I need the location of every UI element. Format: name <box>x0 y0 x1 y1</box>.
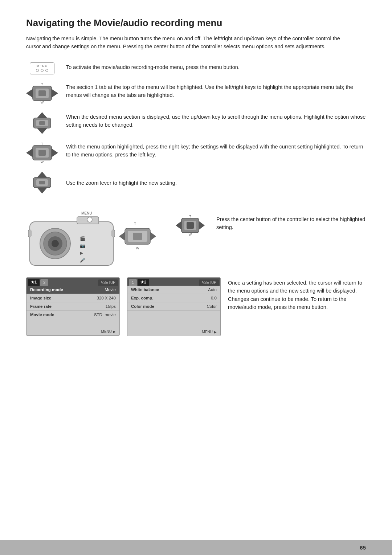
menu-key-color-mode: Color mode <box>131 304 154 309</box>
svg-text:▶: ▶ <box>80 250 83 256</box>
svg-rect-51 <box>187 222 194 229</box>
menu-key-image-size: Image size <box>30 296 51 300</box>
svg-marker-7 <box>37 112 47 118</box>
menu-val-movie-mode: STD. movie <box>94 313 116 317</box>
instruction-3-text: When the desired menu section is display… <box>66 112 366 129</box>
menu-instruction-text: Once a setting has been selected, the cu… <box>228 277 366 311</box>
controller-lr-icon-1: T W <box>26 82 58 104</box>
zoom-row: Use the zoom lever to highlight the new … <box>26 172 366 193</box>
svg-text:T: T <box>41 82 43 86</box>
controller-lr-icon-3: T W <box>176 215 205 236</box>
menu-val-frame-rate: 15fps <box>106 304 116 309</box>
menu-val-color-mode: Color <box>207 304 217 309</box>
svg-marker-45 <box>176 221 181 230</box>
menu-2-tab-active-label: ★2 <box>140 280 146 285</box>
menu-row-movie-mode: Movie mode STD. movie <box>26 311 119 319</box>
svg-marker-46 <box>199 221 205 230</box>
center-button-text: Press the center button of the controlle… <box>216 204 366 232</box>
svg-text:W: W <box>41 101 44 104</box>
svg-rect-18 <box>38 150 46 156</box>
svg-text:T: T <box>134 222 136 225</box>
menu-val-white-balance: Auto <box>208 287 217 292</box>
menus-section: ★1 2 ✎SETUP Recording mode Movie Image s… <box>26 277 366 336</box>
menu-val-exp-comp: 0.0 <box>211 296 217 300</box>
composite-section: MENU 🎬 📷 ▶ 🎤 T <box>26 204 366 267</box>
menu-key-exp-comp: Exp. comp. <box>131 296 153 300</box>
page-number: 65 <box>360 544 366 551</box>
menu-2-footer: MENU ▶ <box>127 328 220 336</box>
menu-key-recording-mode: Recording mode <box>30 287 63 292</box>
menu-1-tab-active-label: ★1 <box>31 280 37 285</box>
menu-1-footer-label: MENU <box>101 330 112 334</box>
menu-2-body: White balance Auto Exp. comp. 0.0 Color … <box>127 286 220 328</box>
menu-2-footer-arrow: ▶ <box>214 330 217 334</box>
menu-row-color-mode: Color mode Color <box>127 302 220 311</box>
svg-text:📷: 📷 <box>80 243 85 248</box>
svg-marker-1 <box>52 89 58 98</box>
menu-row-exp-comp: Exp. comp. 0.0 <box>127 294 220 302</box>
svg-rect-6 <box>38 90 46 96</box>
svg-rect-32 <box>28 230 31 237</box>
intro-text: Navigating the menu is simple. The menu … <box>26 34 353 51</box>
svg-marker-8 <box>37 128 47 134</box>
menu-row-recording-mode: Recording mode Movie <box>26 286 119 294</box>
controller-ud-icon-2 <box>26 172 58 193</box>
svg-text:T: T <box>41 142 43 146</box>
menu-2-tab-active: ★2 <box>138 279 149 286</box>
menu-2-footer-label: MENU <box>202 330 213 334</box>
svg-marker-40 <box>150 232 156 241</box>
menu-key-movie-mode: Movie mode <box>30 313 54 317</box>
svg-marker-39 <box>119 232 125 241</box>
menu-1-tab-setup: ✎SETUP <box>98 279 118 286</box>
instruction-4-text: With the menu option highlighted, press … <box>66 142 366 159</box>
menu-row-white-balance: White balance Auto <box>127 286 220 294</box>
page-title: Navigating the Movie/audio recording men… <box>26 17 366 29</box>
svg-text:🎬: 🎬 <box>80 236 85 241</box>
menu-2-tab-setup: ✎SETUP <box>199 279 219 286</box>
svg-text:🎤: 🎤 <box>80 257 85 263</box>
camera-diagram: MENU 🎬 📷 ▶ 🎤 T <box>26 204 164 267</box>
menu-button-icon: MENU <box>26 62 58 74</box>
svg-marker-12 <box>26 148 33 157</box>
instruction-row-3: When the desired menu section is display… <box>26 112 366 134</box>
menu-key-frame-rate: Frame rate <box>30 304 52 309</box>
instruction-2-text: The section 1 tab at the top of the menu… <box>66 82 366 99</box>
controller-lr-icon-2: T W <box>26 142 58 164</box>
menu-row-frame-rate: Frame rate 15fps <box>26 302 119 311</box>
svg-rect-43 <box>133 233 142 240</box>
svg-text:W: W <box>136 246 139 250</box>
menu-row-image-size: Image size 320 X 240 <box>26 294 119 302</box>
svg-point-31 <box>87 217 92 222</box>
page-footer: 65 <box>0 540 392 555</box>
svg-marker-13 <box>52 148 58 157</box>
svg-rect-33 <box>112 230 115 237</box>
zoom-instruction-text: Use the zoom lever to highlight the new … <box>66 178 366 187</box>
instruction-row-4: T W With the menu option highlighted, pr… <box>26 142 366 164</box>
menu-1-body: Recording mode Movie Image size 320 X 24… <box>26 286 119 328</box>
svg-text:T: T <box>189 215 191 218</box>
svg-text:MENU: MENU <box>81 211 92 215</box>
menu-2-tab-1: 1 <box>129 279 137 286</box>
svg-text:W: W <box>41 160 44 164</box>
svg-rect-23 <box>39 181 45 184</box>
menu-key-white-balance: White balance <box>131 287 159 292</box>
menu-screen-1: ★1 2 ✎SETUP Recording mode Movie Image s… <box>26 277 120 336</box>
instruction-row-1: MENU To activate the movie/audio recordi… <box>26 62 366 74</box>
svg-marker-19 <box>37 172 47 177</box>
instruction-row-2: T W The section 1 tab at the top of the … <box>26 82 366 104</box>
menu-val-recording-mode: Movie <box>105 287 116 292</box>
svg-marker-20 <box>37 188 47 193</box>
svg-text:W: W <box>189 233 192 236</box>
menu-1-tab-2: 2 <box>40 279 48 286</box>
instruction-1-text: To activate the movie/audio recording-mo… <box>66 62 366 71</box>
svg-rect-11 <box>39 121 45 125</box>
menu-screen-2: 1 ★2 ✎SETUP White balance Auto Exp. comp… <box>127 277 221 336</box>
svg-marker-0 <box>26 89 33 98</box>
menu-1-footer-arrow: ▶ <box>113 330 116 334</box>
menu-1-footer: MENU ▶ <box>26 328 119 335</box>
menu-1-tab-active: ★1 <box>28 279 40 286</box>
controller-ud-icon-1 <box>26 112 58 134</box>
menu-2-tabs: 1 ★2 ✎SETUP <box>127 278 220 286</box>
menu-val-image-size: 320 X 240 <box>97 296 116 300</box>
menu-1-tabs: ★1 2 ✎SETUP <box>26 278 119 286</box>
